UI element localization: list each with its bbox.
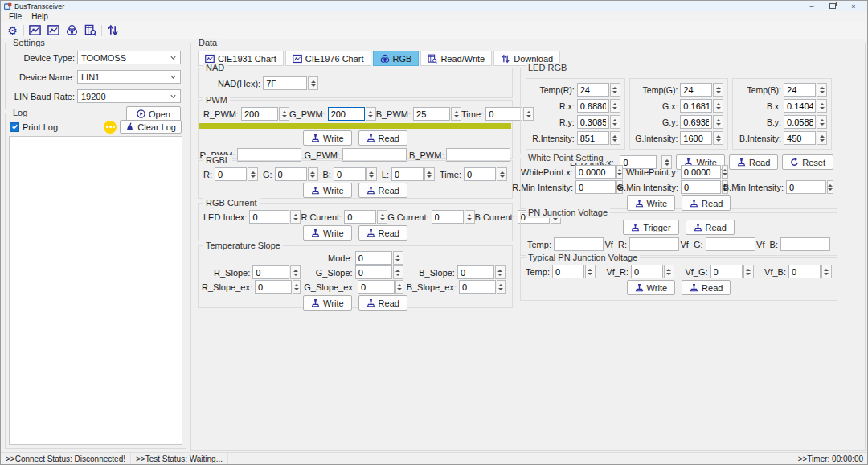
spinner[interactable] [308, 167, 318, 181]
r-current-input[interactable] [344, 210, 376, 224]
g-current-input[interactable] [432, 210, 464, 224]
baud-rate-select[interactable]: 19200 [77, 89, 181, 103]
menu-file[interactable]: File [4, 12, 27, 21]
spinner[interactable] [465, 210, 475, 224]
pn-vf-b-input[interactable] [780, 237, 830, 251]
spinner[interactable] [610, 99, 620, 113]
rgbl-r-input[interactable] [215, 167, 247, 181]
spinner[interactable] [366, 107, 376, 121]
spinner[interactable] [497, 167, 507, 181]
spinner[interactable] [664, 265, 674, 278]
r-min-intensity-input[interactable] [575, 180, 616, 194]
r-x-input[interactable] [577, 99, 609, 113]
spinner[interactable] [610, 115, 620, 129]
spinner[interactable] [616, 165, 623, 179]
device-type-select[interactable]: TOOMOSS [77, 51, 181, 64]
g-slope-ex-input[interactable] [358, 280, 395, 294]
temp-g-input[interactable] [680, 83, 712, 97]
g-x-input[interactable] [680, 99, 712, 113]
minimize-button[interactable]: – [801, 2, 822, 11]
spinner[interactable] [713, 131, 723, 145]
rgb-wheel-button[interactable] [63, 23, 81, 38]
spinner[interactable] [497, 280, 506, 294]
read-write-button[interactable] [81, 23, 100, 38]
typical-pn-write-button[interactable]: Write [627, 280, 675, 295]
spinner[interactable] [290, 265, 301, 279]
spinner[interactable] [248, 167, 258, 181]
settings-gear-button[interactable]: ⚙ [3, 23, 22, 38]
cie1931-chart-button[interactable] [26, 23, 44, 38]
tab-read-write[interactable]: Read/Write [420, 51, 492, 66]
white-point-write-button[interactable]: Write [627, 195, 675, 211]
spinner[interactable] [424, 167, 435, 181]
spinner[interactable] [713, 83, 723, 97]
spinner[interactable] [821, 265, 832, 278]
spinner[interactable] [713, 99, 723, 113]
spinner[interactable] [377, 210, 387, 224]
temp-b-input[interactable] [784, 83, 816, 97]
spinner[interactable] [395, 280, 403, 294]
r-intensity-input[interactable] [577, 131, 609, 145]
spinner[interactable] [722, 165, 728, 179]
b-pwm-input[interactable] [413, 107, 450, 121]
led-index-input[interactable] [249, 210, 289, 224]
spinner[interactable] [393, 251, 403, 265]
cie1976-chart-button[interactable] [44, 23, 63, 38]
g-min-intensity-input[interactable] [681, 180, 721, 194]
pn-vf-r-input[interactable] [629, 237, 679, 251]
spinner[interactable] [366, 167, 377, 181]
nad-input[interactable] [263, 76, 307, 90]
typical-pn-read-button[interactable]: Read [682, 280, 731, 295]
typical-vf-r-input[interactable] [631, 265, 663, 278]
r-slope-input[interactable] [252, 265, 289, 279]
spinner[interactable] [817, 115, 827, 129]
rgb-current-write-button[interactable]: Write [303, 225, 351, 241]
spinner[interactable] [585, 265, 596, 278]
b-y-input[interactable] [784, 115, 816, 129]
close-button[interactable]: × [843, 2, 864, 11]
g-slope-input[interactable] [355, 265, 392, 279]
rgbl-time-input[interactable] [464, 167, 496, 181]
spinner[interactable] [290, 210, 301, 224]
r-y-input[interactable] [577, 115, 609, 129]
pn-trigger-button[interactable]: Trigger [623, 220, 678, 235]
spinner[interactable] [817, 99, 827, 113]
white-point-y-input[interactable] [681, 165, 721, 179]
transfer-button[interactable] [104, 23, 122, 38]
typical-vf-b-input[interactable] [788, 265, 821, 278]
pwm-time-input[interactable] [485, 107, 522, 121]
spinner[interactable] [743, 265, 754, 278]
white-point-read-button[interactable]: Read [682, 195, 731, 211]
temp-slope-write-button[interactable]: Write [303, 295, 351, 311]
rgbl-b-input[interactable] [334, 167, 366, 181]
rgbl-l-input[interactable] [391, 167, 424, 181]
spinner[interactable] [393, 265, 403, 279]
tab-rgb[interactable]: RGB [373, 51, 420, 66]
g-intensity-input[interactable] [680, 131, 712, 145]
spinner[interactable] [308, 76, 318, 90]
spinner[interactable] [279, 107, 289, 121]
rgbl-write-button[interactable]: Write [303, 183, 351, 198]
b-min-intensity-input[interactable] [786, 180, 826, 194]
spinner[interactable] [817, 131, 827, 145]
rgbl-g-input[interactable] [275, 167, 307, 181]
spinner[interactable] [817, 83, 827, 97]
pwm-read-button[interactable]: Read [358, 130, 407, 146]
b-slope-ex-input[interactable] [459, 280, 496, 294]
spinner[interactable] [293, 280, 301, 294]
b-intensity-input[interactable] [784, 131, 816, 145]
g-y-input[interactable] [680, 115, 712, 129]
pn-read-button[interactable]: Read [686, 220, 735, 235]
pwm-write-button[interactable]: Write [303, 130, 351, 146]
b-x-input[interactable] [784, 99, 816, 113]
rgb-current-read-button[interactable]: Read [358, 225, 407, 241]
white-point-x-input[interactable] [575, 165, 616, 179]
tab-cie1976-chart[interactable]: CIE1976 Chart [285, 51, 371, 66]
device-name-select[interactable]: LIN1 [77, 70, 181, 84]
maximize-button[interactable] [822, 2, 843, 11]
r-slope-ex-input[interactable] [255, 280, 292, 294]
menu-help[interactable]: Help [27, 12, 53, 21]
rgbl-read-button[interactable]: Read [358, 183, 407, 198]
pn-temp-input[interactable] [554, 237, 604, 251]
clear-log-button[interactable]: Clear Log [120, 120, 182, 134]
